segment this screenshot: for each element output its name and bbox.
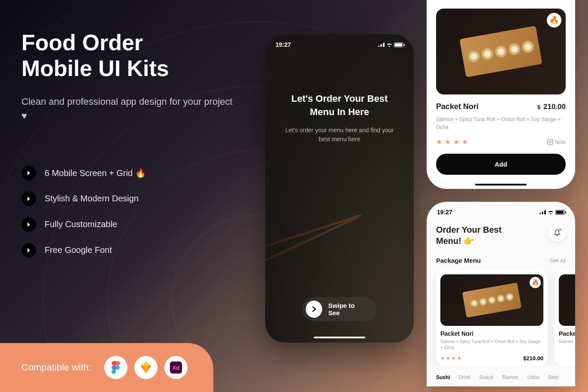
tab-best[interactable]: Best — [548, 374, 558, 380]
card-description: Salmon — [559, 339, 575, 345]
home-indicator — [314, 337, 365, 338]
status-bar: 19:27 — [427, 202, 575, 216]
add-button[interactable]: Add — [436, 154, 566, 175]
chevron-right-icon — [306, 301, 322, 318]
feature-item: Fully Customizable — [21, 217, 236, 232]
svg-point-0 — [115, 365, 120, 370]
onboarding-title: Let's Order Your Best Menu In Here — [282, 92, 397, 119]
onboarding-subtitle: Let's order your menu here and find your… — [282, 126, 397, 144]
status-icons — [378, 41, 403, 48]
hero-title: Food Order Mobile UI Kits — [21, 30, 236, 82]
notification-dot — [559, 228, 561, 231]
wifi-icon — [386, 43, 392, 47]
card-image: 🔥 — [440, 274, 543, 326]
card-description: Salmon + Spicy Tuna Roll + Onion Roll + … — [440, 339, 543, 351]
card-name: Packet Nori — [440, 330, 543, 337]
hero-subtitle: Clean and professional app design for yo… — [21, 94, 236, 123]
note-button[interactable]: Note — [547, 139, 566, 145]
hero-section: Food Order Mobile UI Kits Clean and prof… — [21, 30, 236, 269]
feature-item: Stylish & Modern Design — [21, 191, 236, 206]
category-tabs: Sushi Drink Snack Ramen Udon Best — [427, 366, 575, 380]
notification-button[interactable] — [549, 224, 566, 241]
food-card[interactable]: Packe Salmon — [555, 270, 575, 366]
phones-group: 19:27 Let's Order Your Best Menu In Here… — [265, 0, 575, 392]
star-icon: ★ — [462, 138, 468, 146]
tab-drink[interactable]: Drink — [459, 374, 471, 380]
product-description: Salmon + Spicy Tuna Roll + Onion Roll + … — [436, 115, 566, 131]
product-price: $ 210.00 — [537, 103, 566, 111]
chevron-right-icon — [21, 243, 36, 258]
star-icon: ★ — [445, 138, 451, 146]
section-header: Package Menu See All — [427, 246, 575, 270]
rating-row: ★ ★ ★ ★ Note — [436, 138, 566, 146]
swipe-button[interactable]: Swipe to See — [303, 297, 377, 321]
svg-text:Xd: Xd — [172, 365, 179, 371]
swipe-label: Swipe to See — [328, 302, 367, 316]
chevron-right-icon — [21, 191, 36, 206]
chevron-right-icon — [21, 217, 36, 232]
chopsticks-illustration — [265, 233, 364, 235]
fire-icon: 🔥 — [532, 279, 539, 286]
phone-menu: 19:27 Order Your BestMenu! 👉 Package Men… — [427, 202, 575, 386]
feature-list: 6 Mobile Screen + Grid 🔥 Stylish & Moder… — [21, 166, 236, 258]
cards-carousel[interactable]: 🔥 Packet Nori Salmon + Spicy Tuna Roll +… — [427, 270, 575, 366]
product-name: Packet Nori — [436, 102, 479, 111]
chevron-right-icon — [21, 166, 36, 180]
svg-rect-3 — [548, 140, 553, 145]
tab-ramen[interactable]: Ramen — [502, 374, 519, 380]
hot-badge: 🔥 — [547, 13, 561, 27]
card-price: $210.00 — [523, 355, 543, 362]
star-icon: ★ — [453, 138, 459, 146]
phone-onboarding: 19:27 Let's Order Your Best Menu In Here… — [265, 34, 414, 343]
tab-udon[interactable]: Udon — [527, 374, 540, 380]
onboarding-text: Let's Order Your Best Menu In Here Let's… — [282, 92, 397, 144]
card-image — [559, 274, 575, 326]
fire-icon: 🔥 — [549, 15, 559, 25]
food-card[interactable]: 🔥 Packet Nori Salmon + Spicy Tuna Roll +… — [436, 270, 548, 366]
sketch-icon — [134, 356, 158, 379]
section-title: Package Menu — [436, 257, 481, 264]
battery-icon — [555, 210, 565, 215]
right-phone-column: 🔥 Packet Nori $ 210.00 Salmon + Spicy Tu… — [427, 0, 575, 392]
menu-title: Order Your BestMenu! 👉 — [436, 224, 502, 246]
signal-icon — [378, 43, 385, 47]
status-time: 19:27 — [437, 209, 452, 216]
product-header: Packet Nori $ 210.00 — [436, 102, 566, 111]
compat-label: Compatible with: — [21, 362, 91, 373]
tab-sushi[interactable]: Sushi — [436, 374, 450, 380]
note-icon — [547, 139, 553, 145]
signal-icon — [539, 210, 546, 214]
card-stars: ★★★★ — [440, 356, 461, 361]
see-all-link[interactable]: See All — [550, 258, 566, 264]
card-footer: ★★★★ $210.00 — [440, 355, 543, 362]
status-bar: 19:27 — [276, 41, 403, 48]
product-image: 🔥 — [436, 9, 566, 94]
feature-item: 6 Mobile Screen + Grid 🔥 — [21, 166, 236, 180]
battery-icon — [394, 43, 403, 47]
status-time: 19:27 — [276, 41, 291, 48]
home-indicator — [475, 184, 527, 185]
star-icon: ★ — [436, 138, 442, 146]
status-icons — [539, 209, 565, 216]
wifi-icon — [548, 210, 554, 215]
phone-detail: 🔥 Packet Nori $ 210.00 Salmon + Spicy Tu… — [427, 0, 575, 189]
feature-item: Free Google Font — [21, 243, 236, 258]
hot-badge: 🔥 — [530, 277, 541, 288]
compat-icons: Xd — [104, 356, 188, 379]
compat-strip: Compatible with: Xd — [0, 343, 213, 392]
figma-icon — [104, 356, 127, 379]
card-name: Packe — [559, 330, 575, 337]
menu-header: Order Your BestMenu! 👉 — [427, 216, 575, 246]
xd-icon: Xd — [164, 356, 188, 379]
rating-stars: ★ ★ ★ ★ — [436, 138, 468, 146]
tab-snack[interactable]: Snack — [479, 374, 494, 380]
